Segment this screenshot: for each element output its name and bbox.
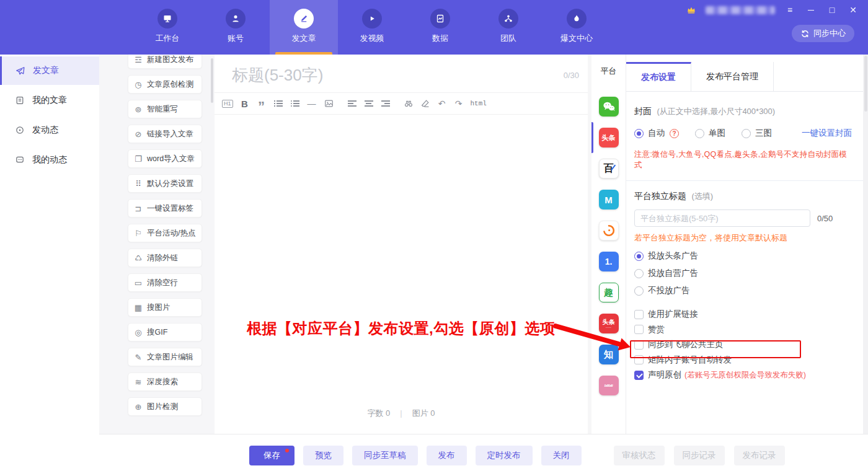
cover-option-3[interactable]: 三图 [742,128,772,139]
tool-button-13[interactable]: ✎文章图片编辑 [128,348,202,366]
sidebar-item-1[interactable]: 发文章 [0,56,99,85]
publish-option-4[interactable]: 矩阵内子账号自动转发 [634,353,854,368]
panel-scrollbar[interactable] [863,55,868,434]
checkbox-unchecked[interactable] [634,325,644,334]
footer-button-3[interactable]: 同步至草稿 [352,446,418,465]
checkbox-checked[interactable] [634,371,644,380]
unsaved-badge [285,449,289,452]
minimize-button[interactable]: ─ [805,5,817,15]
footer-button-5[interactable]: 定时发布 [476,446,533,465]
qutoutiao-icon[interactable]: 趣 [599,283,619,302]
tool-button-1[interactable]: ☲新建图文发布 [128,55,202,69]
ad-option-3[interactable]: 不投放广告 [634,283,854,298]
baijiahao-icon[interactable]: 百 [599,159,619,178]
independent-title-input[interactable] [634,209,810,227]
format-clear-icon[interactable] [420,97,430,110]
dayuhao-icon[interactable] [599,221,619,240]
footer-secondary-button-2[interactable]: 同步记录 [674,446,725,465]
bilibili-icon[interactable]: bilibili [599,376,619,395]
checkbox-unchecked[interactable] [634,355,644,364]
tool-button-2[interactable]: ◷文章原创检测 [128,75,202,94]
align-right-icon[interactable] [381,97,391,110]
topnav-item-5[interactable]: 数据 [406,0,474,55]
tool-button-15[interactable]: ⊕图片检测 [128,397,202,416]
checkbox-unchecked[interactable] [634,310,644,319]
radio-unselected[interactable] [695,129,704,138]
tool-button-10[interactable]: ▭清除空行 [128,273,202,292]
menu-button[interactable]: ≡ [784,5,796,15]
tool-button-3[interactable]: ⊚智能重写 [128,100,202,118]
tool-button-8[interactable]: ⚐平台活动/热点 [128,224,202,242]
publish-option-1[interactable]: 使用扩展链接 [634,307,854,322]
checkbox-unchecked[interactable] [634,340,644,350]
tool-button-12[interactable]: ◎搜GIF [128,323,202,342]
tool-button-9[interactable]: ♺清除外链 [128,249,202,267]
tools-scrollbar[interactable] [211,58,213,103]
tool-button-5[interactable]: ❐word导入文章 [128,149,202,168]
independent-title-label: 平台独立标题 [634,191,686,201]
cover-option-2[interactable]: 单图 [695,128,725,139]
footer-button-4[interactable]: 发布 [427,446,467,465]
wechat-official-icon[interactable] [599,97,619,117]
find-replace-icon[interactable] [404,97,414,110]
cover-option-1[interactable]: 自动? [634,128,679,139]
footer-button-1[interactable]: 保存 [249,446,294,465]
maximize-button[interactable]: □ [826,5,838,15]
horizontal-rule-icon[interactable]: — [307,97,317,110]
publish-option-3[interactable]: 同步到飞聊公共主页 [634,337,854,353]
topnav-item-4[interactable]: 发视频 [338,0,406,55]
footer-button-2[interactable]: 预览 [303,446,343,465]
panel-scrollbar-thumb[interactable] [864,56,867,112]
align-left-icon[interactable] [347,97,357,110]
cover-label: 封面 [634,106,652,116]
yidianzixun-icon[interactable]: 1. [599,252,619,271]
blockquote-icon[interactable]: ” [257,97,267,110]
radio-unselected[interactable] [742,129,751,138]
editor-content-area[interactable] [215,115,588,408]
image-icon[interactable] [324,97,334,110]
toutiao-icon[interactable]: 头条 [599,128,619,148]
footer-secondary-button-1[interactable]: 审核状态 [614,446,665,465]
publish-option-2[interactable]: 赞赏 [634,322,854,338]
radio-selected[interactable] [634,129,644,138]
ad-option-1[interactable]: 投放头条广告 [634,249,854,263]
one-click-cover-link[interactable]: 一键设置封面 [802,128,852,139]
sidebar-item-3[interactable]: 发动态 [0,116,99,144]
topnav-item-7[interactable]: 爆文中心 [542,0,611,55]
redo-icon[interactable]: ↷ [454,97,464,110]
sync-center-button[interactable]: 同步中心 [792,25,854,42]
platform-m-icon[interactable]: M [599,190,619,209]
unordered-list-icon[interactable] [290,97,300,110]
ad-option-2[interactable]: 投放自营广告 [634,266,854,281]
heading-icon[interactable]: H1 [222,100,233,108]
annotation-arrow-icon [552,317,635,356]
tool-button-14[interactable]: ≋深度搜索 [128,372,202,391]
help-icon[interactable]: ? [670,129,679,138]
footer-button-6[interactable]: 关闭 [541,446,582,465]
radio-unselected[interactable] [634,286,644,296]
align-center-icon[interactable] [364,97,374,110]
tab-publish-settings[interactable]: 发布设置 [626,62,691,91]
tool-button-11[interactable]: ▦搜图片 [128,298,202,317]
tool-button-6[interactable]: ⠿默认分类设置 [128,174,202,193]
close-button[interactable]: ✕ [847,5,859,15]
radio-unselected[interactable] [634,269,644,278]
tool-button-4[interactable]: ⊘链接导入文章 [128,125,202,143]
account-icon [226,9,246,29]
tab-platform-management[interactable]: 发布平台管理 [691,62,774,91]
topnav-item-3[interactable]: 发文章 [270,0,338,55]
sidebar-item-4[interactable]: 我的动态 [0,146,99,174]
bold-icon[interactable]: B [240,97,250,110]
footer-secondary-button-3[interactable]: 发布记录 [734,446,785,465]
publish-option-5-declare-original[interactable]: 声明原创(若账号无原创权限会导致发布失败) [634,368,854,383]
ordered-list-icon[interactable] [273,97,283,110]
tool-button-7[interactable]: ⊐一键设置标签 [128,199,202,218]
article-title-input[interactable] [232,66,557,85]
topnav-item-2[interactable]: 账号 [202,0,270,55]
sidebar-item-2[interactable]: 我的文章 [0,86,99,115]
topnav-item-6[interactable]: 团队 [474,0,542,55]
topnav-item-1[interactable]: 工作台 [133,0,202,55]
undo-icon[interactable]: ↶ [437,97,447,110]
radio-selected[interactable] [634,252,644,261]
html-source-icon[interactable]: html [471,97,487,110]
